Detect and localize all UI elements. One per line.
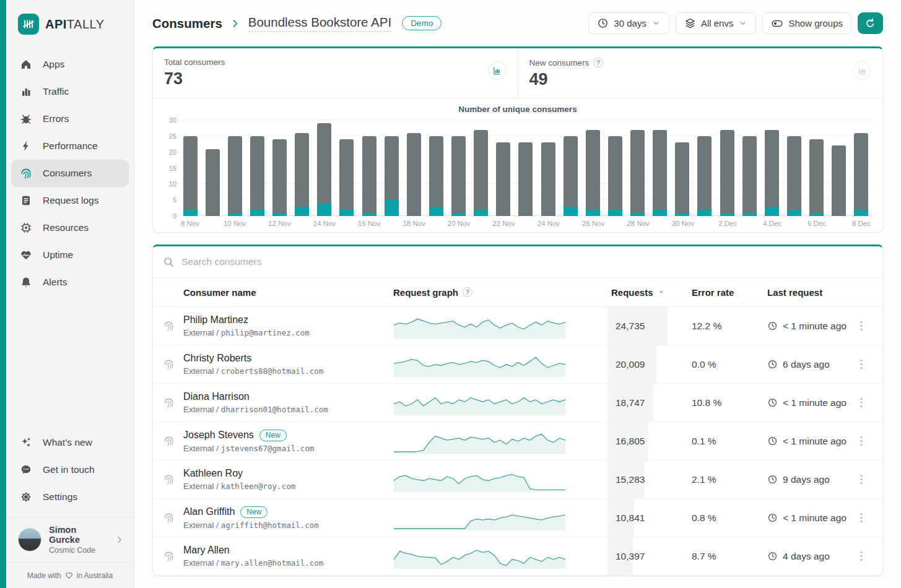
sidebar-item-traffic[interactable]: Traffic	[11, 78, 129, 105]
consumer-row[interactable]: Kathleen Roy External / kathleen@roy.com…	[153, 460, 882, 499]
column-requests[interactable]: Requests	[611, 287, 692, 298]
chart-bar[interactable]	[850, 120, 873, 216]
chart-bar[interactable]	[425, 120, 447, 216]
row-menu-button[interactable]	[850, 318, 873, 335]
chart-bar[interactable]	[448, 120, 470, 216]
toggle-icon	[771, 17, 783, 30]
chart-bar[interactable]	[806, 120, 828, 216]
chart-bar[interactable]	[627, 120, 649, 216]
bar-returning-segment	[586, 130, 600, 210]
chart-bar[interactable]	[313, 120, 336, 216]
clock-icon	[767, 397, 778, 408]
consumer-row[interactable]: Philip Martinez External / philip@martin…	[153, 307, 882, 345]
sidebar-item-consumers[interactable]: Consumers	[11, 160, 129, 187]
row-menu-button[interactable]	[850, 356, 873, 373]
sidebar-item-performance[interactable]: Performance	[11, 132, 129, 160]
bar-new-segment	[451, 213, 466, 216]
x-tick-label: 8 Nov	[179, 220, 201, 227]
sidebar-item-uptime[interactable]: Uptime	[11, 241, 129, 269]
env-select[interactable]: All envs	[676, 12, 757, 34]
chart-bar[interactable]	[581, 120, 604, 216]
chart-bar[interactable]	[515, 120, 537, 216]
breadcrumb-section[interactable]: Consumers	[152, 16, 222, 31]
chart-bar[interactable]	[671, 120, 694, 216]
stat-label: New consumers ?	[529, 58, 853, 67]
show-groups-button[interactable]: Show groups	[762, 12, 851, 34]
sidebar-item-errors[interactable]: Errors	[11, 105, 129, 132]
column-last-request[interactable]: Last request	[767, 287, 850, 298]
chart-bar[interactable]	[783, 120, 805, 216]
chart-bar[interactable]	[828, 120, 850, 216]
env-label: All envs	[701, 18, 734, 28]
chart-bar[interactable]	[559, 120, 581, 216]
row-menu-button[interactable]	[850, 394, 873, 412]
requests-count: 20,009	[611, 359, 645, 370]
toggle-total-chart-button[interactable]	[488, 61, 507, 80]
consumer-name: Joseph Stevens	[183, 430, 254, 441]
column-consumer-name[interactable]: Consumer name	[183, 287, 393, 298]
x-tick-label: 2 Dec	[716, 220, 739, 227]
last-request: < 1 minute ago	[783, 397, 847, 409]
consumer-detail: External / philip@martinez.com	[183, 328, 393, 337]
chart-bar[interactable]	[403, 120, 425, 216]
bug-icon	[20, 113, 32, 125]
row-menu-button[interactable]	[850, 433, 873, 450]
chart-bar[interactable]	[380, 120, 403, 216]
chart-bar[interactable]	[738, 120, 760, 216]
chart-bar[interactable]	[760, 120, 783, 216]
consumer-row[interactable]: Mary Allen External / mary.allen@hotmail…	[153, 537, 882, 576]
chart-bars	[179, 120, 873, 216]
chart-bar[interactable]	[336, 120, 358, 216]
chart-bar[interactable]	[649, 120, 671, 216]
chart-bar[interactable]	[492, 120, 515, 216]
consumer-detail: External / agriffith@hotmail.com	[183, 521, 393, 530]
sidebar-item-apps[interactable]: Apps	[11, 51, 129, 78]
breadcrumb-app-name[interactable]: Boundless Bookstore API	[248, 15, 391, 32]
chart-bar[interactable]	[246, 120, 268, 216]
help-icon[interactable]: ?	[463, 287, 472, 297]
sidebar-item-whats-new[interactable]: What’s new	[11, 429, 129, 456]
sidebar-item-alerts[interactable]: Alerts	[11, 269, 129, 296]
search-input[interactable]	[181, 256, 873, 267]
consumer-name: Kathleen Roy	[183, 468, 243, 479]
chart-bar[interactable]	[201, 120, 224, 216]
bar-returning-segment	[429, 136, 443, 207]
bar-returning-segment	[250, 136, 264, 210]
chart-bar[interactable]	[604, 120, 626, 216]
row-menu-button[interactable]	[850, 509, 873, 527]
user-menu[interactable]: Simon Gurcke Cosmic Code	[6, 517, 134, 562]
chart-bar[interactable]	[470, 120, 492, 216]
logo-text-bold: API	[45, 17, 67, 31]
bar-returning-segment	[653, 130, 667, 210]
chart-bar[interactable]	[716, 120, 738, 216]
bar-new-segment	[474, 210, 488, 216]
sidebar-item-get-in-touch[interactable]: Get in touch	[11, 456, 129, 483]
consumer-row[interactable]: Diana Harrison External / dharrison01@ho…	[153, 384, 882, 422]
refresh-button[interactable]	[858, 12, 883, 34]
column-request-graph[interactable]: Request graph?	[393, 287, 611, 298]
chart-bar[interactable]	[269, 120, 291, 216]
chart-bar[interactable]	[224, 120, 246, 216]
period-select[interactable]: 30 days	[588, 12, 669, 34]
error-rate: 12.2 %	[692, 321, 767, 332]
x-tick-label	[604, 220, 627, 227]
x-tick-label	[336, 220, 358, 227]
column-error-rate[interactable]: Error rate	[692, 287, 767, 298]
help-icon[interactable]: ?	[593, 58, 603, 67]
consumer-row[interactable]: Joseph StevensNew External / jstevens67@…	[153, 422, 882, 460]
chart-bar[interactable]	[291, 120, 313, 216]
row-menu-button[interactable]	[850, 548, 873, 565]
chart-bar[interactable]	[179, 120, 201, 216]
sidebar-nav: Apps Traffic Errors Performance Consumer…	[6, 46, 134, 296]
sidebar-item-settings[interactable]: Settings	[11, 483, 129, 511]
logo[interactable]: APITALLY	[6, 0, 134, 46]
toggle-new-chart-button[interactable]	[853, 61, 871, 80]
sidebar-item-request-logs[interactable]: Request logs	[11, 187, 129, 214]
sidebar-item-resources[interactable]: Resources	[11, 214, 129, 241]
consumer-row[interactable]: Alan GriffithNew External / agriffith@ho…	[153, 499, 882, 537]
chart-bar[interactable]	[358, 120, 380, 216]
row-menu-button[interactable]	[850, 471, 873, 488]
chart-bar[interactable]	[694, 120, 716, 216]
consumer-row[interactable]: Christy Roberts External / croberts88@ho…	[153, 345, 882, 384]
chart-bar[interactable]	[537, 120, 559, 216]
